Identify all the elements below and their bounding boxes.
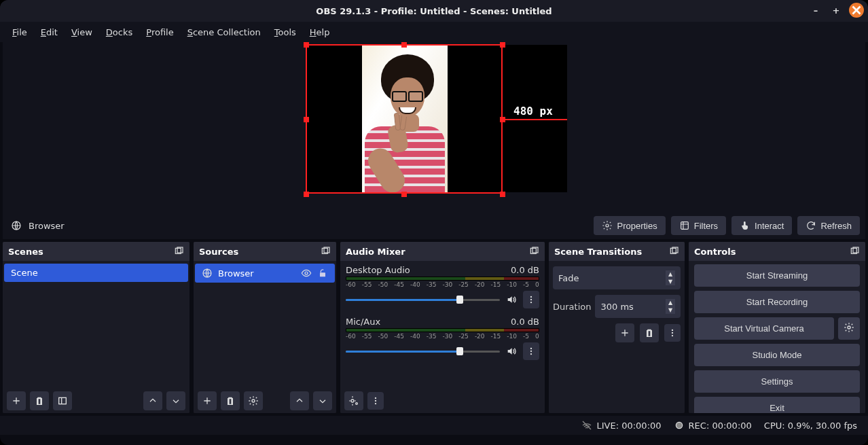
- window-maximize-button[interactable]: +: [829, 3, 844, 18]
- volume-slider[interactable]: [346, 346, 500, 356]
- refresh-button[interactable]: Refresh: [797, 216, 860, 235]
- audio-mixer-dock: Audio Mixer Desktop Audio0.0 dB -60-55-5…: [340, 242, 545, 413]
- source-list-item[interactable]: Browser: [195, 264, 335, 283]
- active-source-name: Browser: [29, 221, 65, 231]
- titlebar-title: OBS 29.1.3 - Profile: Untitled - Scenes:…: [316, 6, 551, 16]
- menu-scene-collection[interactable]: Scene Collection: [181, 24, 268, 40]
- dock-popout-icon[interactable]: [173, 246, 184, 257]
- svg-point-19: [530, 353, 532, 355]
- chevron-down-icon[interactable]: ▼: [666, 306, 675, 314]
- dock-popout-icon[interactable]: [320, 246, 331, 257]
- chevron-up-icon[interactable]: ▲: [666, 270, 675, 278]
- mixer-menu-button[interactable]: [367, 392, 384, 410]
- remove-source-button[interactable]: [221, 391, 240, 410]
- menu-file[interactable]: File: [5, 24, 34, 40]
- move-scene-down-button[interactable]: [166, 391, 185, 410]
- transitions-dock-title: Scene Transitions: [554, 247, 642, 257]
- add-source-button[interactable]: [198, 391, 217, 410]
- start-streaming-button[interactable]: Start Streaming: [694, 264, 860, 287]
- virtual-camera-settings-button[interactable]: [838, 317, 860, 340]
- svg-point-14: [530, 296, 532, 298]
- menu-tools[interactable]: Tools: [268, 24, 303, 40]
- move-source-down-button[interactable]: [313, 391, 332, 410]
- mixer-channel: Desktop Audio0.0 dB -60-55-50-45-40-35-3…: [340, 262, 545, 314]
- status-cpu: CPU: 0.9%, 30.00 fps: [764, 421, 857, 431]
- globe-icon: [11, 220, 22, 231]
- status-rec: REC: 00:00:00: [689, 421, 752, 431]
- speaker-icon[interactable]: [504, 344, 519, 359]
- interact-label: Interact: [755, 221, 784, 231]
- handle-tm[interactable]: [401, 42, 407, 48]
- filters-icon: [679, 220, 690, 231]
- dock-popout-icon[interactable]: [668, 246, 679, 257]
- svg-point-18: [530, 351, 532, 352]
- handle-br[interactable]: [500, 192, 505, 197]
- interact-button[interactable]: Interact: [731, 216, 792, 235]
- advanced-audio-button[interactable]: [344, 391, 363, 410]
- mixer-channel-name: Desktop Audio: [346, 265, 410, 275]
- start-recording-button[interactable]: Start Recording: [694, 291, 860, 313]
- move-scene-up-button[interactable]: [143, 391, 162, 410]
- volume-slider[interactable]: [346, 295, 500, 304]
- scene-list-item[interactable]: Scene: [4, 264, 188, 282]
- settings-button[interactable]: Settings: [694, 370, 860, 393]
- svg-rect-10: [320, 272, 325, 277]
- sources-dock-title: Sources: [199, 247, 238, 257]
- remove-scene-button[interactable]: [30, 391, 49, 410]
- properties-button[interactable]: Properties: [594, 216, 665, 235]
- start-virtual-camera-button[interactable]: Start Virtual Camera: [694, 317, 834, 340]
- channel-menu-button[interactable]: [523, 342, 539, 360]
- window-minimize-button[interactable]: –: [808, 3, 823, 18]
- handle-bl[interactable]: [304, 192, 309, 197]
- transition-select[interactable]: Fade ▲▼: [553, 266, 681, 289]
- channel-menu-button[interactable]: [523, 291, 539, 308]
- menu-help[interactable]: Help: [303, 24, 337, 40]
- svg-point-16: [530, 302, 532, 303]
- menu-view[interactable]: View: [65, 24, 99, 40]
- transition-select-value: Fade: [558, 273, 579, 283]
- remove-transition-button[interactable]: [640, 323, 659, 342]
- source-toolbar: Browser Properties Filters Interact Refr…: [3, 212, 865, 239]
- dock-popout-icon[interactable]: [849, 246, 860, 257]
- add-scene-button[interactable]: [7, 391, 26, 410]
- svg-point-11: [252, 399, 255, 402]
- handle-bm[interactable]: [401, 192, 407, 197]
- selection-bounding-box[interactable]: [306, 44, 503, 194]
- visibility-icon[interactable]: [301, 268, 312, 279]
- audio-meter: [346, 328, 539, 332]
- handle-ml[interactable]: [304, 117, 309, 122]
- duration-input[interactable]: 300 ms ▲▼: [595, 295, 681, 318]
- transition-properties-button[interactable]: [664, 324, 681, 342]
- pause-icon: [674, 420, 685, 431]
- controls-dock-title: Controls: [694, 247, 736, 257]
- filters-button[interactable]: Filters: [671, 216, 726, 235]
- window-close-button[interactable]: [849, 3, 864, 18]
- lock-icon[interactable]: [317, 268, 328, 279]
- exit-button[interactable]: Exit: [694, 397, 860, 413]
- handle-tr[interactable]: [500, 42, 505, 48]
- filters-label: Filters: [694, 221, 718, 231]
- hand-pointer-icon: [740, 220, 751, 231]
- dock-popout-icon[interactable]: [528, 246, 539, 257]
- source-properties-button[interactable]: [244, 391, 263, 410]
- svg-rect-5: [59, 397, 67, 404]
- mixer-channel-name: Mic/Aux: [346, 317, 380, 327]
- menu-profile[interactable]: Profile: [139, 24, 180, 40]
- meter-ticks: -60-55-50-45-40-35-30-25-20-15-10-50: [346, 333, 539, 340]
- svg-point-27: [672, 330, 673, 331]
- selection-dimension-label: 480 px: [513, 105, 553, 118]
- menubar: File Edit View Docks Profile Scene Colle…: [0, 22, 868, 42]
- preview-area[interactable]: 480 px: [3, 42, 865, 212]
- handle-tl[interactable]: [304, 42, 309, 48]
- menu-docks[interactable]: Docks: [99, 24, 139, 40]
- duration-label: Duration: [553, 302, 591, 312]
- add-transition-button[interactable]: [615, 323, 634, 342]
- chevron-up-icon[interactable]: ▲: [666, 299, 675, 306]
- studio-mode-button[interactable]: Studio Mode: [694, 344, 860, 366]
- scene-filter-button[interactable]: [53, 391, 72, 410]
- speaker-icon[interactable]: [504, 292, 519, 307]
- chevron-down-icon[interactable]: ▼: [666, 278, 675, 285]
- transitions-dock: Scene Transitions Fade ▲▼ Duration 300 m…: [549, 242, 685, 413]
- menu-edit[interactable]: Edit: [34, 24, 65, 40]
- move-source-up-button[interactable]: [290, 391, 309, 410]
